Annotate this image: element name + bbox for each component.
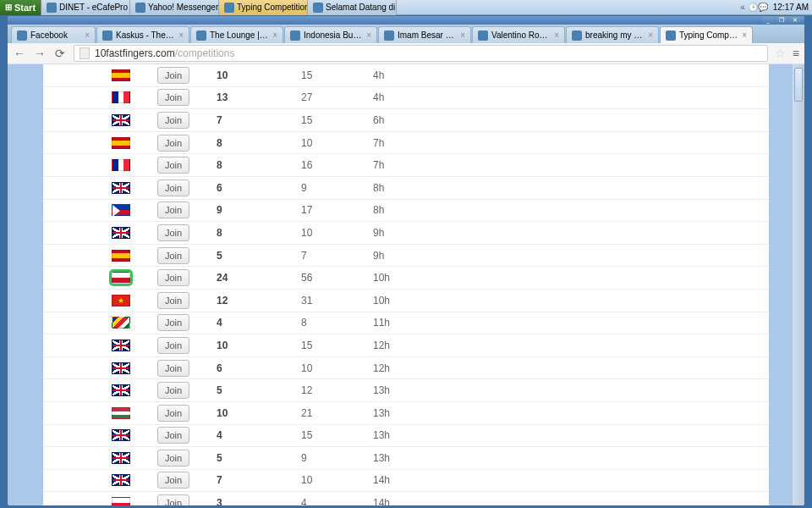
back-button[interactable]: ← <box>13 47 26 60</box>
join-button[interactable]: Join <box>157 337 189 354</box>
tests-count: 15 <box>301 114 373 126</box>
flag-es-icon <box>112 69 130 81</box>
taskbar-item[interactable]: DINET - eCafePro Server... <box>41 0 130 15</box>
flag-id-icon <box>112 272 130 284</box>
participants-count: 5 <box>217 452 301 464</box>
join-button[interactable]: Join <box>157 269 189 286</box>
browser-tab[interactable]: breaking my heart - × <box>566 26 659 43</box>
browser-tab[interactable]: The Lounge | Kaskus× <box>190 26 283 43</box>
browser-tab[interactable]: Valentino Rossi MEN× <box>472 26 565 43</box>
competition-table: Join10154hJoin13274hJoin7156hJoin8107hJo… <box>43 64 769 505</box>
tests-count: 16 <box>301 159 373 171</box>
scrollbar[interactable] <box>793 64 804 505</box>
tab-title: Valentino Rossi MEN <box>491 30 551 40</box>
page-content[interactable]: Join10154hJoin13274hJoin7156hJoin8107hJo… <box>43 64 769 505</box>
join-button[interactable]: Join <box>157 89 189 106</box>
join-button[interactable]: Join <box>157 67 189 84</box>
forward-button[interactable]: → <box>33 47 47 60</box>
join-button[interactable]: Join <box>157 202 189 218</box>
flag-cell <box>43 340 157 351</box>
join-cell: Join <box>157 382 217 399</box>
join-button[interactable]: Join <box>157 360 189 377</box>
app-icon <box>313 3 323 13</box>
join-button[interactable]: Join <box>157 292 189 309</box>
bookmark-icon[interactable]: ☆ <box>775 47 786 60</box>
flag-pl-icon <box>112 497 130 505</box>
close-tab-icon[interactable]: × <box>366 30 371 40</box>
join-cell: Join <box>157 269 217 286</box>
favicon <box>102 30 112 41</box>
join-button[interactable]: Join <box>157 224 189 241</box>
taskbar-item[interactable]: Yahoo! Messenger <box>130 0 219 15</box>
taskbar-item[interactable]: Typing Competition - ... <box>219 0 308 15</box>
time-remaining: 11h <box>373 317 432 329</box>
flag-es-icon <box>112 137 130 149</box>
scrollbar-thumb[interactable] <box>794 68 803 102</box>
close-tab-icon[interactable]: × <box>178 30 184 40</box>
join-button[interactable]: Join <box>157 179 189 196</box>
participants-count: 3 <box>217 497 301 505</box>
participants-count: 10 <box>217 407 301 419</box>
join-button[interactable]: Join <box>157 247 189 264</box>
join-button[interactable]: Join <box>157 314 189 331</box>
tray-icon[interactable]: 🕒 <box>748 3 758 12</box>
close-tab-icon[interactable]: × <box>648 30 653 40</box>
participants-count: 4 <box>217 317 301 329</box>
join-button[interactable]: Join <box>157 427 189 444</box>
join-button[interactable]: Join <box>157 382 189 399</box>
join-button[interactable]: Join <box>157 135 189 152</box>
tests-count: 4 <box>301 497 373 505</box>
maximize-button[interactable]: ❐ <box>776 17 787 24</box>
close-tab-icon[interactable]: × <box>742 30 747 40</box>
join-button[interactable]: Join <box>157 472 189 489</box>
time-remaining: 9h <box>373 227 432 239</box>
browser-tab[interactable]: Facebook× <box>11 26 96 43</box>
tab-title: Facebook <box>30 30 81 40</box>
flag-gb-icon <box>112 182 130 194</box>
join-button[interactable]: Join <box>157 112 189 129</box>
flag-cell <box>43 474 157 486</box>
table-row: Join245610h <box>43 267 769 290</box>
browser-tab[interactable]: Kaskus - The Larges× <box>96 26 189 43</box>
join-button[interactable]: Join <box>157 157 189 174</box>
tray-icon[interactable]: 💬 <box>758 3 768 12</box>
reload-button[interactable]: ⟳ <box>53 47 67 60</box>
minimize-button[interactable]: _ <box>762 17 774 24</box>
taskbar-item[interactable]: Selamat Datang di Faceb... <box>308 0 397 15</box>
flag-cell <box>43 227 157 239</box>
close-tab-icon[interactable]: × <box>272 30 277 40</box>
tray-separator: « <box>740 3 745 12</box>
favicon <box>290 30 300 41</box>
tests-count: 21 <box>301 407 373 419</box>
join-button[interactable]: Join <box>157 494 189 505</box>
flag-cell <box>43 362 157 374</box>
table-row: Join8109h <box>43 222 769 245</box>
close-tab-icon[interactable]: × <box>85 30 90 40</box>
flag-gb-icon <box>112 227 130 239</box>
start-button[interactable]: Start <box>0 0 41 15</box>
browser-tab[interactable]: Typing Competition -× <box>660 26 753 43</box>
participants-count: 7 <box>217 474 301 486</box>
app-icon <box>47 3 57 13</box>
tests-count: 9 <box>301 452 373 464</box>
browser-tab[interactable]: Indonesia Bukan Neg× <box>284 26 377 43</box>
menu-icon[interactable]: ≡ <box>793 47 799 60</box>
url-host: 10fastfingers.com <box>95 47 175 59</box>
close-button[interactable]: ✕ <box>789 17 801 24</box>
close-tab-icon[interactable]: × <box>554 30 559 40</box>
flag-cell <box>43 137 157 149</box>
browser-window: _ ❐ ✕ Facebook×Kaskus - The Larges×The L… <box>7 15 805 506</box>
time-remaining: 13h <box>373 429 432 441</box>
tests-count: 10 <box>301 137 373 149</box>
url-input[interactable]: 10fastfingers.com/competitions <box>74 45 768 62</box>
browser-tab[interactable]: Imam Besar FPI Rizie× <box>378 26 471 43</box>
join-cell: Join <box>157 450 217 467</box>
join-button[interactable]: Join <box>157 405 189 422</box>
close-tab-icon[interactable]: × <box>460 30 465 40</box>
time-remaining: 12h <box>373 340 432 351</box>
flag-gb-icon <box>112 452 130 464</box>
time-remaining: 9h <box>373 250 432 262</box>
join-button[interactable]: Join <box>157 450 189 467</box>
clock: 12:17 AM <box>773 3 809 12</box>
participants-count: 10 <box>217 340 301 351</box>
